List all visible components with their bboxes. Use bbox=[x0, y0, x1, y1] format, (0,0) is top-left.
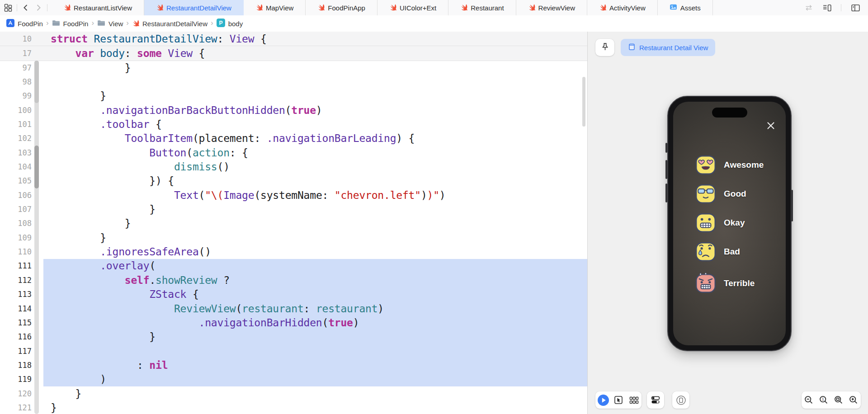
line-number[interactable]: 101 bbox=[0, 120, 32, 129]
line-number[interactable]: 106 bbox=[0, 191, 32, 200]
code-line-109[interactable]: 109 } bbox=[0, 231, 587, 245]
pinned-line-17[interactable]: 17 var body: some View { bbox=[0, 46, 587, 61]
code-text[interactable]: ZStack { bbox=[51, 288, 199, 300]
code-line-112[interactable]: 112 self.showReview ? bbox=[0, 273, 587, 287]
line-number[interactable]: 116 bbox=[0, 332, 32, 341]
code-text[interactable]: } bbox=[51, 90, 106, 102]
line-number[interactable]: 110 bbox=[0, 247, 32, 256]
line-number[interactable]: 119 bbox=[0, 375, 32, 384]
line-number[interactable]: 99 bbox=[0, 91, 32, 100]
code-line-114[interactable]: 114 ReviewView(restaurant: restaurant) bbox=[0, 301, 587, 315]
code-line-115[interactable]: 115 .navigationBarHidden(true) bbox=[0, 315, 587, 329]
line-number[interactable]: 100 bbox=[0, 106, 32, 115]
breadcrumb-item-body[interactable]: Pbody bbox=[217, 19, 243, 28]
zoom-out-icon[interactable] bbox=[802, 391, 816, 409]
code-text[interactable]: .toolbar { bbox=[51, 118, 162, 130]
zoom-100-icon[interactable]: 1 bbox=[816, 391, 831, 409]
code-text[interactable]: struct RestaurantDetailView: View { bbox=[51, 33, 267, 45]
pin-preview-button[interactable] bbox=[595, 39, 614, 56]
rating-terrible[interactable]: Terrible bbox=[695, 272, 755, 295]
breadcrumb-item-foodpin[interactable]: FoodPin bbox=[6, 19, 43, 28]
code-text[interactable]: } bbox=[51, 388, 81, 400]
line-number[interactable]: 111 bbox=[0, 261, 32, 270]
code-text[interactable]: } bbox=[51, 402, 57, 414]
code-text[interactable]: ToolbarItem(placement: .navigationBarLea… bbox=[51, 132, 415, 144]
swap-arrows-icon[interactable] bbox=[802, 2, 815, 14]
rating-awesome[interactable]: Awesome bbox=[695, 154, 764, 176]
code-text[interactable]: }) { bbox=[51, 175, 174, 187]
code-text[interactable]: .ignoresSafeArea() bbox=[51, 246, 211, 258]
code-line-105[interactable]: 105 }) { bbox=[0, 174, 587, 188]
device-settings-button[interactable] bbox=[647, 391, 664, 409]
code-text[interactable]: .navigationBarHidden(true) bbox=[51, 317, 359, 329]
code-line-102[interactable]: 102 ToolbarItem(placement: .navigationBa… bbox=[0, 132, 587, 146]
line-number[interactable]: 120 bbox=[0, 389, 32, 398]
line-number[interactable]: 114 bbox=[0, 304, 32, 313]
line-number[interactable]: 112 bbox=[0, 276, 32, 285]
code-text[interactable]: var body: some View { bbox=[51, 47, 205, 59]
code-line-117[interactable]: 117 bbox=[0, 344, 587, 358]
close-review-button[interactable] bbox=[764, 120, 778, 133]
line-number[interactable]: 109 bbox=[0, 233, 32, 242]
rating-good[interactable]: Good bbox=[695, 183, 746, 205]
code-text[interactable]: .navigationBarBackButtonHidden(true) bbox=[51, 104, 322, 116]
code-line-99[interactable]: 99 } bbox=[0, 89, 587, 103]
breadcrumb-item-view[interactable]: View bbox=[97, 19, 123, 28]
rating-bad[interactable]: Bad bbox=[695, 240, 740, 263]
code-lines[interactable]: 97 }9899 }100 .navigationBarBackButtonHi… bbox=[0, 61, 587, 414]
tab-foodpinapp[interactable]: FoodPinApp bbox=[306, 0, 377, 15]
line-number[interactable]: 121 bbox=[0, 403, 32, 412]
line-number[interactable]: 10 bbox=[0, 34, 32, 43]
code-text[interactable]: dismiss() bbox=[51, 161, 230, 173]
code-line-119[interactable]: 119 ) bbox=[0, 372, 587, 386]
tab-restaurantdetailview[interactable]: RestaurantDetailView bbox=[144, 0, 244, 15]
selectable-cursor-icon[interactable] bbox=[611, 391, 626, 409]
line-number[interactable]: 105 bbox=[0, 176, 32, 185]
tab-assets[interactable]: Assets bbox=[658, 0, 713, 15]
code-text[interactable]: } bbox=[51, 217, 131, 229]
line-number[interactable]: 118 bbox=[0, 361, 32, 370]
code-text[interactable]: ReviewView(restaurant: restaurant) bbox=[51, 303, 384, 315]
line-number[interactable]: 17 bbox=[0, 49, 32, 58]
code-line-111[interactable]: 111 .overlay( bbox=[0, 259, 587, 273]
line-number[interactable]: 108 bbox=[0, 219, 32, 228]
tab-restaurant[interactable]: Restaurant bbox=[448, 0, 516, 15]
code-text[interactable]: Text("\(Image(systemName: "chevron.left"… bbox=[51, 189, 446, 201]
code-line-101[interactable]: 101 .toolbar { bbox=[0, 117, 587, 131]
tab-mapview[interactable]: MapView bbox=[244, 0, 306, 15]
line-number[interactable]: 102 bbox=[0, 134, 32, 143]
code-line-106[interactable]: 106 Text("\(Image(systemName: "chevron.l… bbox=[0, 188, 587, 202]
zoom-fit-icon[interactable] bbox=[831, 391, 846, 409]
line-number[interactable]: 113 bbox=[0, 290, 32, 299]
code-text[interactable]: self.showReview ? bbox=[51, 274, 230, 286]
back-chevron-icon[interactable] bbox=[19, 2, 32, 14]
line-number[interactable]: 117 bbox=[0, 347, 32, 356]
tab-uicolor+ext[interactable]: UIColor+Ext bbox=[377, 0, 448, 15]
tab-reviewview[interactable]: ReviewView bbox=[516, 0, 587, 15]
code-text[interactable]: } bbox=[51, 203, 156, 215]
variants-grid-icon[interactable] bbox=[626, 391, 642, 409]
code-text[interactable]: } bbox=[51, 62, 131, 74]
code-line-97[interactable]: 97 } bbox=[0, 61, 587, 75]
forward-chevron-icon[interactable] bbox=[32, 2, 45, 14]
line-number[interactable]: 97 bbox=[0, 63, 32, 72]
editor-layout-icon[interactable] bbox=[821, 2, 833, 14]
code-line-118[interactable]: 118 : nil bbox=[0, 358, 587, 372]
code-line-121[interactable]: 121} bbox=[0, 400, 587, 414]
editor-scrollbar[interactable] bbox=[582, 77, 585, 127]
code-line-116[interactable]: 116 } bbox=[0, 330, 587, 344]
code-line-104[interactable]: 104 dismiss() bbox=[0, 160, 587, 174]
code-text[interactable]: } bbox=[51, 232, 106, 244]
code-line-103[interactable]: 103 Button(action: { bbox=[0, 146, 587, 160]
preview-target-chip[interactable]: Restaurant Detail View bbox=[621, 39, 715, 56]
line-number[interactable]: 115 bbox=[0, 318, 32, 327]
rating-okay[interactable]: Okay bbox=[695, 212, 745, 234]
breadcrumb-item-foodpin[interactable]: FoodPin bbox=[52, 19, 89, 28]
code-line-100[interactable]: 100 .navigationBarBackButtonHidden(true) bbox=[0, 103, 587, 117]
code-text[interactable]: ) bbox=[51, 373, 106, 385]
pinned-line-10[interactable]: 10struct RestaurantDetailView: View { bbox=[0, 32, 587, 46]
code-line-108[interactable]: 108 } bbox=[0, 216, 587, 231]
code-text[interactable]: } bbox=[51, 331, 156, 343]
code-text[interactable]: : nil bbox=[51, 359, 168, 371]
code-text[interactable]: .overlay( bbox=[51, 260, 156, 272]
